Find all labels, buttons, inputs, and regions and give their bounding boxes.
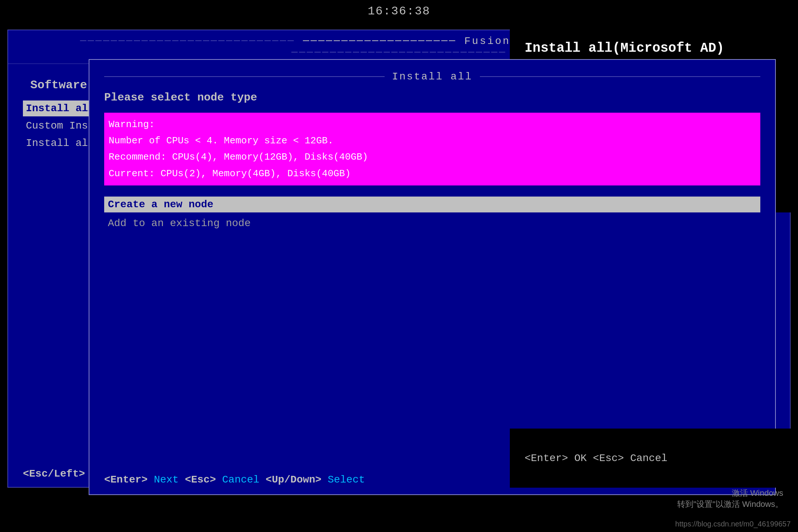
warning-line4: Current: CPUs(2), Memory(4GB), Disks(40G… (109, 166, 756, 182)
up-down-nav-key: <Up/Down> (266, 474, 321, 485)
node-option-add[interactable]: Add to an existing node (104, 215, 760, 231)
title-left-rule: ──────────────────── (303, 35, 464, 47)
win-activate-watermark: 激活 Windows 转到"设置"以激活 Windows。 (677, 488, 783, 510)
enter-ok-key: <Enter> (525, 453, 568, 464)
modal-titlebar: Install all (104, 71, 760, 82)
cancel-bottom-action: Cancel (630, 453, 668, 464)
esc-left-key: <Esc/Left> (23, 468, 85, 480)
next-action: Next (154, 474, 185, 485)
cancel-action: Cancel (222, 474, 266, 485)
modal-subtitle: Please select node type (104, 91, 760, 104)
warning-line3: Recommend: CPUs(4), Memory(12GB), Disks(… (109, 149, 756, 165)
title-line-left (104, 76, 385, 77)
csdn-link: https://blog.csdn.net/m0_46199657 (675, 520, 791, 528)
select-nav-action: Select (328, 474, 365, 485)
esc-cancel-key: <Esc> (593, 453, 624, 464)
ok-action: OK (574, 453, 593, 464)
bottom-right-panel: <Enter> OK <Esc> Cancel (510, 429, 791, 488)
title-line-right (480, 76, 760, 77)
node-option-create[interactable]: Create a new node (104, 197, 760, 212)
enter-key: <Enter> (104, 474, 148, 485)
win-activate-line1: 激活 Windows (677, 488, 783, 499)
win-activate-line2: 转到"设置"以激活 Windows。 (677, 499, 783, 510)
time-display: 16:36:38 (0, 0, 798, 23)
bottom-right-nav: <Enter> OK <Esc> Cancel (525, 453, 668, 464)
warning-line1: Warning: (109, 116, 756, 133)
esc-key: <Esc> (185, 474, 216, 485)
software-label: Software (30, 78, 87, 92)
warning-block: Warning: Number of CPUs < 4. Memory size… (104, 113, 760, 185)
right-panel-title: Install all(Microsoft AD) (525, 41, 776, 56)
warning-line2: Number of CPUs < 4. Memory size < 12GB. (109, 133, 756, 149)
modal-title: Install all (385, 71, 480, 82)
